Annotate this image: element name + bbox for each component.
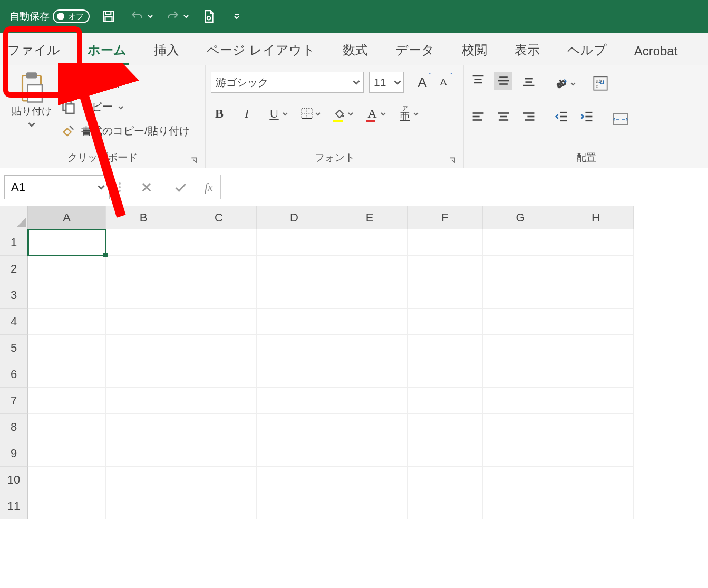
cell[interactable] xyxy=(483,361,558,388)
cell[interactable] xyxy=(332,282,408,309)
font-color-dropdown-icon[interactable] xyxy=(381,108,386,119)
row-header[interactable]: 6 xyxy=(0,361,28,388)
row-header[interactable]: 9 xyxy=(0,440,28,467)
cell[interactable] xyxy=(106,388,181,414)
cell[interactable] xyxy=(257,229,332,256)
cell[interactable] xyxy=(106,493,181,519)
cell[interactable] xyxy=(408,361,483,388)
cell[interactable] xyxy=(181,414,257,440)
tab-formulas[interactable]: 数式 xyxy=(341,36,370,65)
clipboard-dialog-launcher-icon[interactable] xyxy=(189,155,199,165)
column-header[interactable]: C xyxy=(181,206,257,229)
cell[interactable] xyxy=(332,467,408,493)
cell[interactable] xyxy=(257,388,332,414)
cell[interactable] xyxy=(558,229,634,256)
align-left-button[interactable] xyxy=(469,108,487,126)
column-header[interactable]: D xyxy=(257,206,332,229)
cell[interactable] xyxy=(106,335,181,361)
cell[interactable] xyxy=(483,282,558,309)
orientation-button[interactable]: ab xyxy=(552,74,570,92)
cell[interactable] xyxy=(332,256,408,282)
cell[interactable] xyxy=(106,309,181,335)
redo-dropdown-icon[interactable] xyxy=(182,14,190,19)
cell[interactable] xyxy=(257,467,332,493)
cell[interactable] xyxy=(483,309,558,335)
cell[interactable] xyxy=(408,493,483,519)
enter-formula-button[interactable] xyxy=(171,178,190,197)
cell[interactable] xyxy=(257,440,332,467)
print-preview-icon[interactable] xyxy=(199,7,218,26)
paste-dropdown-icon[interactable] xyxy=(28,119,35,131)
undo-dropdown-icon[interactable] xyxy=(147,14,154,19)
cell[interactable] xyxy=(332,440,408,467)
autosave-toggle[interactable]: 自動保存 オフ xyxy=(9,9,90,23)
align-bottom-button[interactable] xyxy=(520,72,538,90)
tab-home[interactable]: ホーム xyxy=(85,36,129,65)
save-icon[interactable] xyxy=(99,7,118,26)
cell[interactable] xyxy=(558,335,634,361)
cell[interactable] xyxy=(106,282,181,309)
cell[interactable] xyxy=(558,361,634,388)
cell[interactable] xyxy=(106,467,181,493)
cell[interactable] xyxy=(106,440,181,467)
cell[interactable] xyxy=(181,388,257,414)
font-color-button[interactable]: A xyxy=(364,103,381,123)
cell[interactable] xyxy=(181,229,257,256)
tab-acrobat[interactable]: Acrobat xyxy=(632,38,680,65)
autosave-switch[interactable]: オフ xyxy=(53,9,90,23)
cell[interactable] xyxy=(558,440,634,467)
borders-button[interactable] xyxy=(298,103,315,123)
row-header[interactable]: 4 xyxy=(0,309,28,335)
row-header[interactable]: 10 xyxy=(0,467,28,493)
tab-page-layout[interactable]: ページ レイアウト xyxy=(205,36,317,65)
decrease-indent-button[interactable] xyxy=(552,108,570,126)
tab-help[interactable]: ヘルプ xyxy=(565,36,609,65)
cell[interactable] xyxy=(181,467,257,493)
insert-function-button[interactable]: fx xyxy=(205,180,213,194)
cell[interactable] xyxy=(408,256,483,282)
phonetic-guide-button[interactable]: ア 亜 xyxy=(396,103,413,123)
italic-button[interactable]: I xyxy=(238,103,255,123)
align-top-button[interactable] xyxy=(469,72,487,90)
underline-dropdown-icon[interactable] xyxy=(283,108,288,119)
cell[interactable] xyxy=(28,361,106,388)
column-header[interactable]: E xyxy=(332,206,408,229)
borders-dropdown-icon[interactable] xyxy=(315,108,321,119)
row-header[interactable]: 8 xyxy=(0,414,28,440)
cell[interactable] xyxy=(257,493,332,519)
font-name-select[interactable]: 游ゴシック xyxy=(211,72,364,93)
cell[interactable] xyxy=(408,414,483,440)
cell[interactable] xyxy=(483,467,558,493)
tab-data[interactable]: データ xyxy=(393,36,437,65)
increase-indent-button[interactable] xyxy=(578,108,596,126)
cell[interactable] xyxy=(28,229,106,256)
cell[interactable] xyxy=(257,282,332,309)
cell[interactable] xyxy=(408,440,483,467)
cell[interactable] xyxy=(483,256,558,282)
cell[interactable] xyxy=(181,361,257,388)
cell[interactable] xyxy=(558,414,634,440)
shrink-font-button[interactable]: Aˇ xyxy=(434,72,452,92)
cell[interactable] xyxy=(558,256,634,282)
cell[interactable] xyxy=(408,388,483,414)
fill-color-button[interactable] xyxy=(331,103,348,123)
cell[interactable] xyxy=(558,467,634,493)
cell[interactable] xyxy=(28,388,106,414)
cell[interactable] xyxy=(181,335,257,361)
cell[interactable] xyxy=(181,309,257,335)
align-right-button[interactable] xyxy=(520,108,538,126)
cell[interactable] xyxy=(257,335,332,361)
cell[interactable] xyxy=(181,256,257,282)
redo-icon[interactable] xyxy=(163,7,182,26)
cell[interactable] xyxy=(28,414,106,440)
cell[interactable] xyxy=(181,282,257,309)
cell[interactable] xyxy=(558,309,634,335)
cell[interactable] xyxy=(558,493,634,519)
cell[interactable] xyxy=(332,361,408,388)
row-header[interactable]: 5 xyxy=(0,335,28,361)
font-size-select[interactable]: 11 xyxy=(369,72,404,93)
cell[interactable] xyxy=(181,493,257,519)
cell[interactable] xyxy=(28,309,106,335)
cell[interactable] xyxy=(28,282,106,309)
cell[interactable] xyxy=(558,388,634,414)
